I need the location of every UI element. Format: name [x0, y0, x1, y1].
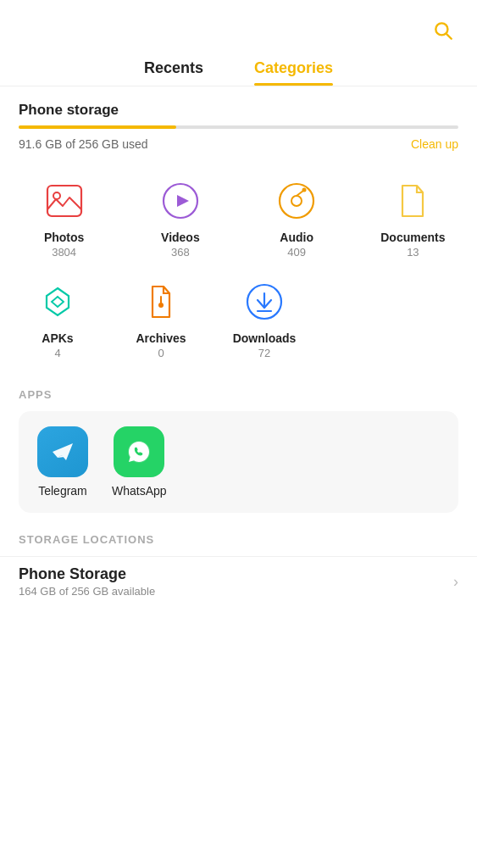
- whatsapp-icon: [114, 426, 164, 477]
- photos-icon: [40, 176, 89, 225]
- svg-point-6: [280, 184, 313, 218]
- search-icon: [432, 19, 454, 42]
- storage-location-title: Phone Storage: [19, 565, 155, 583]
- chevron-right-icon: ›: [453, 573, 458, 591]
- storage-title: Phone storage: [19, 102, 458, 119]
- category-downloads[interactable]: Downloads 72: [215, 272, 313, 364]
- categories-grid-row2: APKs 4 Archives 0 Downloads 72: [0, 272, 322, 364]
- telegram-icon: [37, 426, 88, 477]
- apks-label: APKs: [42, 331, 73, 345]
- downloads-count: 72: [258, 347, 270, 359]
- archives-label: Archives: [136, 331, 186, 345]
- storage-location-text: Phone Storage 164 GB of 256 GB available: [19, 565, 155, 598]
- header: [0, 0, 477, 53]
- audio-label: Audio: [280, 231, 313, 244]
- categories-grid-row1: Photos 3804 Videos 368 Audio 409: [0, 171, 477, 264]
- phone-storage-section: Phone storage 91.6 GB of 256 GB used Cle…: [0, 86, 477, 151]
- videos-count: 368: [171, 246, 190, 259]
- svg-marker-5: [177, 195, 189, 207]
- downloads-icon: [240, 277, 289, 326]
- category-audio[interactable]: Audio 409: [241, 171, 352, 264]
- archives-count: 0: [158, 347, 164, 359]
- app-telegram[interactable]: Telegram: [37, 426, 88, 498]
- category-documents[interactable]: Documents 13: [358, 171, 469, 264]
- tab-categories[interactable]: Categories: [254, 59, 333, 86]
- apks-icon: [33, 277, 82, 326]
- cleanup-button[interactable]: Clean up: [411, 137, 458, 151]
- category-apks[interactable]: APKs 4: [8, 272, 107, 364]
- svg-line-8: [297, 191, 303, 196]
- archives-icon: [136, 277, 186, 326]
- svg-point-7: [291, 196, 302, 206]
- storage-info-row: 91.6 GB of 256 GB used Clean up: [19, 137, 458, 151]
- documents-icon: [388, 176, 437, 225]
- apks-count: 4: [54, 347, 60, 359]
- telegram-label: Telegram: [38, 484, 87, 498]
- videos-icon: [156, 176, 205, 225]
- photos-label: Photos: [44, 231, 84, 244]
- app-whatsapp[interactable]: WhatsApp: [112, 426, 167, 498]
- whatsapp-label: WhatsApp: [112, 484, 167, 498]
- tab-recents[interactable]: Recents: [144, 59, 203, 86]
- tabs-bar: Recents Categories: [0, 53, 477, 86]
- storage-used-text: 91.6 GB of 256 GB used: [19, 137, 148, 151]
- apps-section-label: APPS: [0, 388, 477, 401]
- category-archives[interactable]: Archives 0: [112, 272, 210, 364]
- documents-label: Documents: [380, 231, 445, 244]
- storage-location-subtitle: 164 GB of 256 GB available: [19, 585, 155, 598]
- photos-count: 3804: [52, 246, 76, 259]
- storage-bar-bg: [19, 125, 458, 129]
- storage-locations-label: STORAGE LOCATIONS: [0, 533, 477, 546]
- svg-point-9: [302, 188, 307, 192]
- svg-line-1: [446, 34, 452, 39]
- svg-rect-2: [47, 186, 81, 216]
- apps-card: Telegram WhatsApp: [19, 411, 458, 513]
- documents-count: 13: [407, 246, 419, 259]
- storage-location-phone[interactable]: Phone Storage 164 GB of 256 GB available…: [0, 556, 477, 606]
- category-videos[interactable]: Videos 368: [125, 171, 236, 264]
- storage-bar-fill: [19, 125, 176, 129]
- audio-icon: [272, 176, 321, 225]
- search-button[interactable]: [428, 15, 458, 46]
- videos-label: Videos: [161, 231, 200, 244]
- category-photos[interactable]: Photos 3804: [8, 171, 119, 264]
- svg-point-3: [53, 192, 60, 199]
- audio-count: 409: [287, 246, 306, 259]
- downloads-label: Downloads: [233, 331, 297, 345]
